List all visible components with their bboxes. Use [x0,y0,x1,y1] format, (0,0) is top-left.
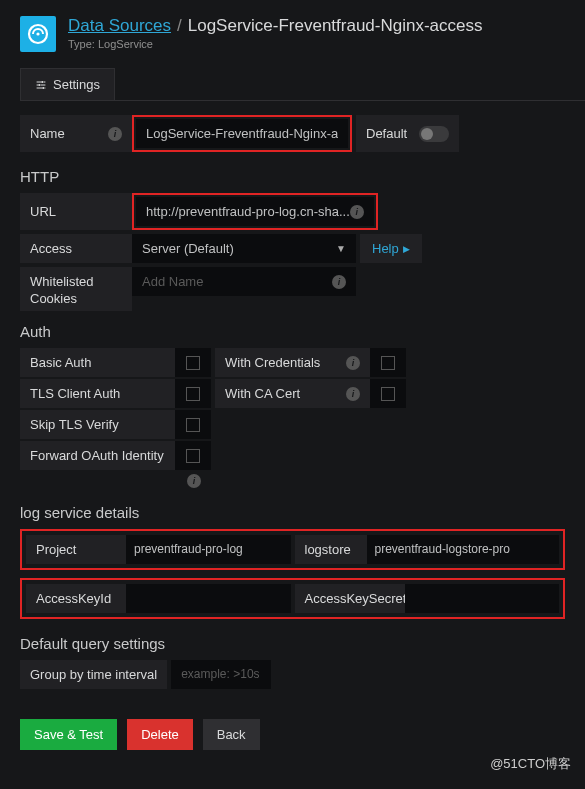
info-icon[interactable]: i [346,387,360,401]
info-icon[interactable]: i [108,127,122,141]
with-credentials-checkbox[interactable] [381,356,395,370]
basic-auth-checkbox[interactable] [186,356,200,370]
access-help-button[interactable]: Help ▶ [360,234,422,263]
url-highlight-box: http://preventfraud-pro-log.cn-sha... i [132,193,378,230]
url-label: URL [30,204,56,219]
default-label: Default [366,126,407,141]
tabs-bar: Settings [20,68,585,101]
url-row: URL http://preventfraud-pro-log.cn-sha..… [20,193,565,230]
page-subtitle: Type: LogService [68,38,483,50]
info-icon[interactable]: i [346,356,360,370]
logservice-icon [26,22,50,46]
url-input[interactable]: http://preventfraud-pro-log.cn-sha... [146,204,350,219]
with-ca-cert-text: With CA Cert [225,386,300,401]
url-label-cell: URL [20,193,132,230]
whitelist-input-cell: i [132,267,356,296]
accesskeysecret-label: AccessKeySecret [295,584,405,613]
delete-button[interactable]: Delete [127,719,193,750]
name-highlight-box [132,115,352,152]
tls-client-auth-label: TLS Client Auth [20,379,175,408]
svg-point-3 [39,84,41,86]
with-ca-cert-checkbox[interactable] [381,387,395,401]
with-ca-cert-label: With CA Cert i [215,379,370,408]
whitelist-input[interactable] [142,274,332,289]
groupby-row: Group by time interval example: >10s [20,660,565,689]
tls-client-auth-checkbox[interactable] [186,387,200,401]
name-label: Name [30,126,65,141]
logstore-label: logstore [295,535,367,564]
page-header: Data Sources / LogService-Freventfraud-N… [0,0,585,62]
breadcrumb: Data Sources / LogService-Freventfraud-N… [68,16,483,36]
project-label: Project [26,535,126,564]
name-input[interactable] [146,126,338,141]
basic-auth-text: Basic Auth [30,355,91,370]
name-label-cell: Name i [20,115,132,152]
triangle-right-icon: ▶ [403,244,410,254]
url-input-cell: http://preventfraud-pro-log.cn-sha... i [136,197,374,226]
access-row: Access Server (Default) ▼ Help ▶ [20,234,565,263]
forward-oauth-checkbox-cell [175,441,211,470]
svg-point-1 [36,32,39,35]
svg-point-2 [42,81,44,83]
skip-tls-verify-text: Skip TLS Verify [30,417,119,432]
access-value: Server (Default) [142,241,234,256]
skip-tls-verify-label: Skip TLS Verify [20,410,175,439]
access-label-cell: Access [20,234,132,263]
info-icon[interactable]: i [332,275,346,289]
access-label: Access [30,241,72,256]
tls-client-auth-text: TLS Client Auth [30,386,120,401]
access-select[interactable]: Server (Default) ▼ [132,234,356,263]
tab-settings[interactable]: Settings [20,68,115,100]
auth-section-title: Auth [20,323,565,340]
info-icon[interactable]: i [350,205,364,219]
breadcrumb-data-sources-link[interactable]: Data Sources [68,16,171,36]
with-ca-cert-checkbox-cell [370,379,406,408]
querysettings-section-title: Default query settings [20,635,565,652]
name-input-cell [136,119,348,148]
forward-oauth-info-row: i [20,472,211,488]
back-button[interactable]: Back [203,719,260,750]
with-credentials-label: With Credentials i [215,348,370,377]
basic-auth-checkbox-cell [175,348,211,377]
watermark: @51CTO博客 [490,755,571,773]
chevron-down-icon: ▼ [336,243,346,254]
project-logstore-row: Project preventfraud-pro-log logstore pr… [20,529,565,570]
tab-settings-label: Settings [53,77,100,92]
auth-grid: Basic Auth With Credentials i TLS Client… [20,348,565,488]
save-test-button[interactable]: Save & Test [20,719,117,750]
accesskey-row: AccessKeyId AccessKeySecret [20,578,565,619]
groupby-input[interactable]: example: >10s [171,660,271,689]
forward-oauth-label: Forward OAuth Identity [20,441,175,470]
name-row: Name i Default [20,115,565,152]
whitelist-label-cell: Whitelisted Cookies [20,267,132,311]
project-input[interactable]: preventfraud-pro-log [126,535,291,564]
whitelist-label: Whitelisted Cookies [30,274,122,308]
http-section-title: HTTP [20,168,565,185]
logstore-input[interactable]: preventfraud-logstore-pro [367,535,560,564]
forward-oauth-text: Forward OAuth Identity [30,448,164,463]
accesskeyid-input[interactable] [126,584,291,613]
default-toggle-cell: Default [356,115,459,152]
basic-auth-label: Basic Auth [20,348,175,377]
accesskeysecret-input[interactable] [405,584,560,613]
datasource-logo [20,16,56,52]
whitelist-row: Whitelisted Cookies i [20,267,565,311]
with-credentials-checkbox-cell [370,348,406,377]
footer-buttons: Save & Test Delete Back [20,719,565,750]
accesskeyid-label: AccessKeyId [26,584,126,613]
page-title: LogService-Freventfraud-Nginx-access [188,16,483,36]
skip-tls-verify-checkbox[interactable] [186,418,200,432]
breadcrumb-separator: / [177,16,182,36]
forward-oauth-checkbox[interactable] [186,449,200,463]
groupby-label: Group by time interval [20,660,167,689]
skip-tls-verify-checkbox-cell [175,410,211,439]
sliders-icon [35,79,47,91]
info-icon[interactable]: i [187,474,201,488]
svg-point-4 [43,87,45,89]
default-toggle[interactable] [419,126,449,142]
tls-client-auth-checkbox-cell [175,379,211,408]
logservice-section-title: log service details [20,504,565,521]
with-credentials-text: With Credentials [225,355,320,370]
help-label: Help [372,241,399,256]
